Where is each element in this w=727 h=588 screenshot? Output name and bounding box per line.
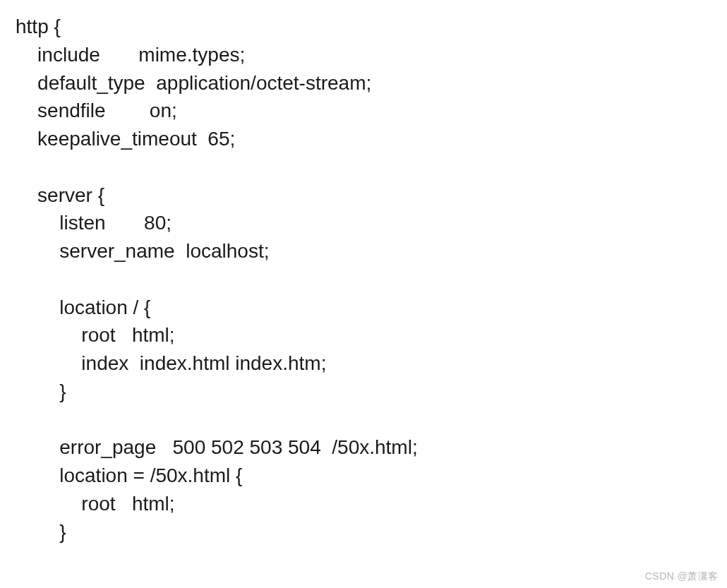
code-line: } [16,380,66,402]
code-line: error_page 500 502 503 504 /50x.html; [16,436,418,458]
code-line: root html; [16,324,175,346]
code-line: keepalive_timeout 65; [16,128,235,150]
code-line: root html; [16,493,175,515]
code-line: include mime.types; [16,44,245,66]
code-line: server { [16,184,104,206]
code-line: sendfile on; [16,100,177,121]
code-line: location = /50x.html { [16,464,242,486]
code-line: http { [16,16,61,37]
code-line: server_name localhost; [16,240,270,262]
code-line: listen 80; [16,212,172,234]
code-line: location / { [16,296,150,318]
code-line: index index.html index.htm; [16,352,326,374]
code-line: } [16,521,66,543]
watermark-text: CSDN @萧潇客 [645,570,719,584]
code-line: default_type application/octet-stream; [16,72,371,94]
nginx-config-code: http { include mime.types; default_type … [16,13,711,546]
